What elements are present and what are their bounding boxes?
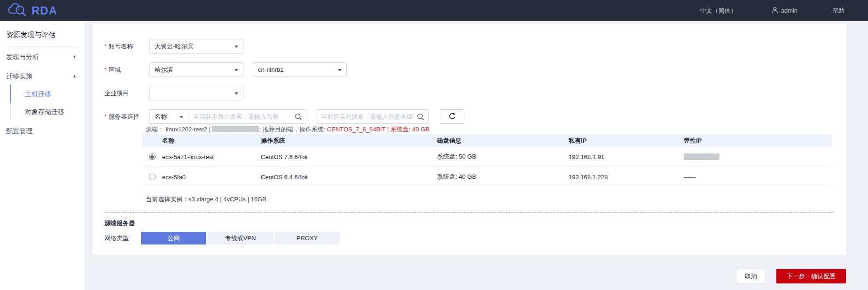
required-star: * (104, 43, 107, 50)
form-row-server-select: *服务器选择 名称 (104, 109, 834, 124)
network-type-label: 网络类型 (104, 234, 141, 243)
page-search-box (316, 109, 429, 124)
radio-selected[interactable] (149, 153, 156, 160)
current-instance-line: 当前选择实例：s3.xlarge.4 | 4vCPUs | 16GB (146, 195, 834, 204)
dashed-divider (104, 213, 834, 213)
caret-down-icon (338, 69, 342, 71)
next-step-button[interactable]: 下一步：确认配置 (776, 269, 846, 283)
logo[interactable]: RDA (0, 2, 57, 19)
page-search-input[interactable] (316, 110, 428, 123)
required-star: * (104, 66, 107, 73)
col-header-elastic-ip: 弹性IP (684, 137, 832, 145)
refresh-icon (448, 112, 456, 122)
col-header-disk: 磁盘信息 (437, 137, 569, 145)
region-select-value: 哈尔滨 (155, 66, 173, 73)
radio-unselected[interactable] (149, 174, 156, 180)
user-name: admin (781, 7, 798, 14)
refresh-button[interactable] (440, 109, 464, 124)
required-star: * (104, 113, 107, 120)
network-type-row: 网络类型 公网 专线或VPN PROXY (104, 232, 834, 244)
server-table: 名称 操作系统 磁盘信息 私有IP 弹性IP ecs-5a71-linux-te… (142, 134, 832, 187)
sidebar-divider (6, 46, 79, 46)
cell-name: ecs-5a71-linux-test (162, 153, 261, 160)
footer-actions: 取消 下一步：确认配置 (736, 269, 846, 283)
sidebar-title: 资源发现与评估 (6, 31, 85, 39)
global-search-input[interactable] (188, 110, 306, 123)
source-hint-label: 源端： (146, 126, 164, 133)
form-row-region: *区域 哈尔滨 cn-hlhrb1 (104, 62, 834, 77)
table-row[interactable]: ecs-5fa0 CentOS 6.4 64bit 系统盘: 40 GB 192… (142, 167, 832, 187)
zone-select[interactable]: cn-hlhrb1 (253, 62, 347, 77)
account-select[interactable]: 天翼云-哈尔滨 (149, 39, 243, 53)
form-row-account: *账号名称 天翼云-哈尔滨 (104, 39, 834, 53)
col-header-os: 操作系统 (261, 137, 437, 145)
cancel-button[interactable]: 取消 (736, 269, 766, 283)
source-hint-name: linux1202-test2 | (166, 126, 212, 133)
chevron-down-icon: ▼ (72, 48, 77, 66)
cloud-magnifier-logo-icon (8, 2, 28, 19)
search-field-select[interactable]: 名称 (150, 110, 188, 123)
account-label: *账号名称 (104, 39, 149, 53)
language-switcher[interactable]: 中文（简体） (700, 7, 737, 15)
region-label: *区域 (104, 62, 149, 77)
sidebar-item-object-storage-migration[interactable]: 对象存储迁移 (10, 103, 85, 121)
caret-down-icon (235, 92, 238, 95)
source-hint-middle: ; 推荐目的端，操作系统: (259, 126, 327, 133)
caret-down-icon (235, 46, 238, 48)
sidebar-item-config-management[interactable]: 配置管理 (0, 122, 85, 140)
cell-private-ip: 192.168.1.228 (569, 174, 684, 181)
col-header-private-ip: 私有IP (569, 137, 684, 145)
table-row[interactable]: ecs-5a71-linux-test CentOS 7.6 64bit 系统盘… (142, 147, 832, 167)
caret-down-icon (235, 69, 238, 71)
sidebar-item-host-migration[interactable]: 主机迁移 (10, 85, 85, 103)
redacted-elastic-ip (684, 153, 719, 160)
current-instance-label: 当前选择实例： (146, 196, 188, 203)
cell-name: ecs-5fa0 (162, 174, 261, 181)
enterprise-project-select[interactable] (149, 86, 243, 100)
cell-disk: 系统盘: 40 GB (437, 173, 569, 181)
logo-text: RDA (31, 4, 57, 17)
account-select-value: 天翼云-哈尔滨 (155, 43, 193, 50)
network-option-vpn[interactable]: 专线或VPN (208, 232, 273, 244)
help-link[interactable]: 帮助 (832, 7, 845, 15)
sidebar: 资源发现与评估 发现与分析 ▼ 迁移实施 ▲ 主机迁移 对象存储迁移 配置管理 (0, 21, 86, 290)
user-menu[interactable]: admin (772, 7, 798, 15)
global-search-group: 名称 (149, 109, 306, 124)
search-field-value: 名称 (155, 113, 167, 120)
zone-select-value: cn-hlhrb1 (258, 66, 283, 73)
topbar: RDA 中文（简体） admin 帮助 (0, 0, 868, 21)
chevron-up-icon: ▲ (72, 67, 77, 85)
current-instance-value: s3.xlarge.4 | 4vCPUs | 16GB (188, 196, 266, 203)
server-select-label: *服务器选择 (104, 109, 149, 124)
network-option-proxy[interactable]: PROXY (274, 232, 340, 244)
source-hint-highlight: CENTOS_7_6_64BIT | 系统盘: 40 GB (327, 126, 430, 133)
search-icon[interactable] (417, 113, 424, 122)
sidebar-item-discovery-analysis[interactable]: 发现与分析 ▼ (0, 48, 85, 66)
form-row-enterprise-project: 企业项目 (104, 86, 834, 100)
person-icon (772, 7, 778, 15)
table-header-row: 名称 操作系统 磁盘信息 私有IP 弹性IP (142, 134, 832, 147)
sidebar-item-migration-implementation[interactable]: 迁移实施 ▲ (0, 67, 85, 85)
migration-config-card: *账号名称 天翼云-哈尔滨 *区域 哈尔滨 cn-hlhrb1 企业项目 (93, 23, 846, 255)
cell-private-ip: 192.168.1.91 (569, 153, 684, 160)
cell-os: CentOS 6.4 64bit (261, 174, 437, 181)
region-select[interactable]: 哈尔滨 (149, 62, 243, 77)
enterprise-project-label: 企业项目 (104, 86, 149, 100)
source-server-title: 源端服务器 (104, 219, 834, 228)
col-header-name: 名称 (162, 137, 261, 145)
cell-os: CentOS 7.6 64bit (261, 153, 437, 160)
cell-disk: 系统盘: 50 GB (437, 153, 569, 161)
network-option-public[interactable]: 公网 (141, 232, 206, 244)
redacted-source-ip (212, 126, 259, 132)
cell-elastic-ip: ------ (684, 174, 832, 181)
cell-elastic-ip (684, 153, 832, 160)
source-hint-line: 源端： linux1202-test2 | ; 推荐目的端，操作系统: CENT… (146, 125, 834, 133)
search-icon[interactable] (295, 113, 302, 122)
caret-down-icon (180, 116, 183, 118)
